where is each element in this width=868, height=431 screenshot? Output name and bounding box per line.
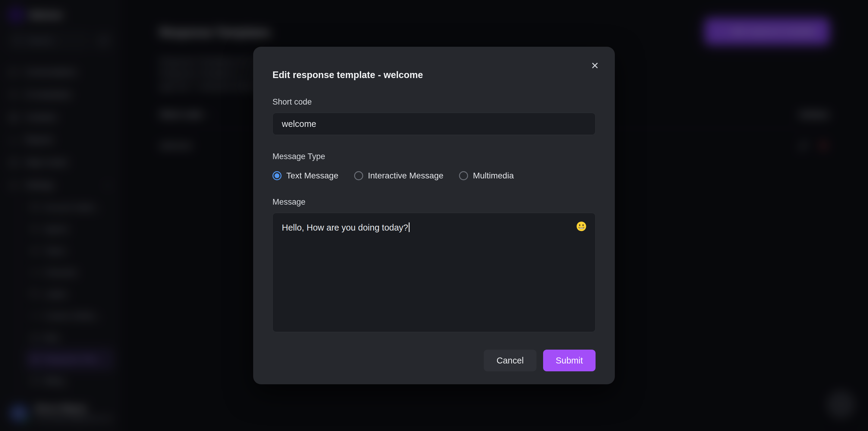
text-cursor: [409, 222, 410, 232]
message-textarea[interactable]: Hello, How are you doing today?: [273, 213, 595, 332]
close-icon[interactable]: ✕: [588, 58, 602, 73]
message-type-label: Message Type: [273, 152, 595, 161]
message-text: Hello, How are you doing today?: [282, 223, 408, 233]
emoji-picker-button[interactable]: [576, 220, 588, 233]
submit-button[interactable]: Submit: [543, 350, 595, 371]
smiley-emoji-icon: [576, 221, 588, 232]
radio-selected-icon: [273, 171, 281, 180]
short-code-input[interactable]: [273, 113, 595, 135]
message-label: Message: [273, 197, 595, 207]
edit-response-template-modal: ✕ Edit response template - welcome Short…: [253, 47, 615, 384]
radio-label: Multimedia: [473, 171, 514, 181]
radio-text-message[interactable]: Text Message: [273, 171, 338, 181]
radio-interactive-message[interactable]: Interactive Message: [354, 171, 444, 181]
radio-label: Interactive Message: [368, 171, 444, 181]
short-code-label: Short code: [273, 97, 595, 107]
radio-unselected-icon: [354, 171, 363, 180]
radio-multimedia[interactable]: Multimedia: [459, 171, 514, 181]
modal-title: Edit response template - welcome: [273, 70, 595, 81]
radio-unselected-icon: [459, 171, 468, 180]
radio-label: Text Message: [286, 171, 338, 181]
message-type-radio-group: Text Message Interactive Message Multime…: [273, 171, 595, 181]
cancel-button[interactable]: Cancel: [484, 350, 536, 371]
